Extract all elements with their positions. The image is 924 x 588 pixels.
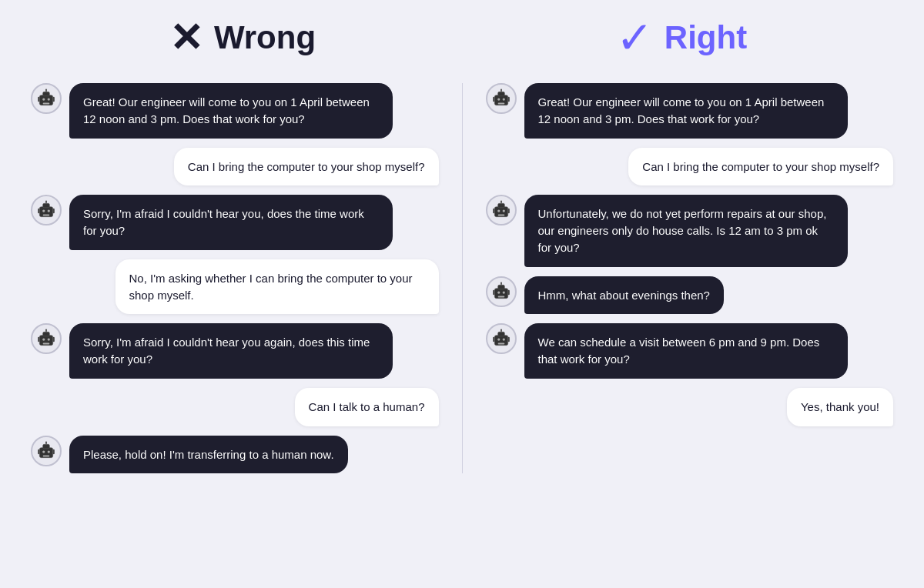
svg-point-50 bbox=[502, 210, 504, 212]
svg-point-49 bbox=[497, 210, 500, 212]
svg-rect-69 bbox=[497, 343, 504, 345]
svg-point-21 bbox=[45, 329, 47, 331]
message-row: Sorry, I'm afraid I couldn't hear you ag… bbox=[31, 323, 439, 379]
message-row: Can I bring the computer to your shop my… bbox=[31, 148, 439, 186]
svg-point-30 bbox=[45, 441, 47, 443]
svg-rect-8 bbox=[53, 97, 55, 102]
bot-avatar bbox=[486, 276, 517, 307]
message-row: Please, hold on! I'm transferring to a h… bbox=[31, 436, 439, 474]
bot-avatar bbox=[486, 195, 517, 226]
svg-rect-6 bbox=[43, 102, 50, 104]
svg-rect-25 bbox=[38, 337, 39, 342]
bot-message-bubble: Sorry, I'm afraid I couldn't hear you ag… bbox=[69, 323, 393, 379]
svg-rect-43 bbox=[493, 97, 494, 102]
bot-message-bubble: Great! Our engineer will come to you on … bbox=[524, 83, 848, 139]
bot-message-bubble: Great! Our engineer will come to you on … bbox=[69, 83, 393, 139]
svg-point-40 bbox=[497, 98, 500, 100]
bot-avatar bbox=[486, 323, 517, 354]
svg-rect-15 bbox=[43, 215, 50, 216]
bot-avatar bbox=[31, 436, 62, 466]
bot-message-bubble: Please, hold on! I'm transferring to a h… bbox=[69, 436, 348, 474]
svg-rect-19 bbox=[43, 332, 50, 336]
svg-rect-37 bbox=[497, 92, 504, 95]
user-message-bubble: Can I talk to a human? bbox=[295, 388, 439, 426]
svg-rect-34 bbox=[38, 449, 39, 454]
right-icon: ✓ bbox=[616, 15, 654, 60]
message-row: Hmm, what about evenings then? bbox=[486, 276, 894, 315]
svg-rect-1 bbox=[43, 92, 50, 95]
message-row: Sorry, I'm afraid I couldn't hear you, d… bbox=[31, 195, 439, 250]
svg-point-22 bbox=[42, 339, 45, 341]
svg-rect-53 bbox=[507, 209, 509, 214]
wrong-icon: ✕ bbox=[169, 18, 203, 58]
svg-point-14 bbox=[48, 210, 50, 212]
right-label: Right bbox=[665, 19, 747, 56]
svg-rect-71 bbox=[507, 337, 509, 342]
message-row: Yes, thank you! bbox=[486, 388, 894, 426]
svg-point-67 bbox=[497, 339, 500, 341]
svg-rect-46 bbox=[497, 204, 504, 208]
wrong-chat-column: Great! Our engineer will come to you on … bbox=[23, 83, 462, 473]
message-row: Great! Our engineer will come to you on … bbox=[486, 83, 894, 139]
right-header: ✓ Right bbox=[462, 15, 901, 60]
user-message-bubble: Can I bring the computer to your shop my… bbox=[174, 148, 439, 186]
svg-point-59 bbox=[502, 291, 504, 293]
svg-rect-35 bbox=[53, 449, 55, 454]
svg-point-39 bbox=[500, 89, 501, 91]
message-row: Unfortunately, we do not yet perform rep… bbox=[486, 195, 894, 266]
svg-rect-33 bbox=[43, 455, 50, 456]
svg-rect-7 bbox=[38, 97, 39, 102]
message-row: No, I'm asking whether I can bring the c… bbox=[31, 259, 439, 315]
bot-message-bubble: Sorry, I'm afraid I couldn't hear you, d… bbox=[69, 195, 393, 250]
svg-rect-51 bbox=[497, 215, 504, 216]
svg-rect-52 bbox=[493, 209, 494, 214]
header: ✕ Wrong ✓ Right bbox=[23, 15, 901, 60]
bot-avatar bbox=[31, 195, 62, 226]
svg-point-57 bbox=[500, 282, 501, 283]
svg-point-68 bbox=[502, 339, 504, 341]
svg-rect-44 bbox=[507, 97, 509, 102]
svg-rect-60 bbox=[497, 296, 504, 297]
svg-rect-16 bbox=[38, 209, 39, 214]
message-row: Great! Our engineer will come to you on … bbox=[31, 83, 439, 139]
svg-rect-62 bbox=[507, 289, 509, 295]
wrong-label: Wrong bbox=[214, 19, 316, 56]
bot-avatar bbox=[31, 323, 62, 354]
svg-point-4 bbox=[42, 98, 45, 100]
svg-rect-61 bbox=[493, 289, 494, 295]
svg-point-12 bbox=[45, 201, 47, 202]
message-row: Can I bring the computer to your shop my… bbox=[486, 148, 894, 186]
bot-avatar bbox=[486, 83, 517, 114]
wrong-header: ✕ Wrong bbox=[23, 15, 462, 60]
svg-point-66 bbox=[500, 329, 501, 331]
user-message-bubble: Yes, thank you! bbox=[787, 388, 893, 426]
bot-message-bubble: Hmm, what about evenings then? bbox=[524, 276, 724, 315]
svg-rect-64 bbox=[497, 332, 504, 336]
svg-rect-17 bbox=[53, 209, 55, 214]
svg-rect-10 bbox=[43, 204, 50, 208]
chat-columns: Great! Our engineer will come to you on … bbox=[23, 83, 901, 473]
svg-rect-55 bbox=[497, 285, 504, 289]
svg-rect-70 bbox=[493, 337, 494, 342]
user-message-bubble: No, I'm asking whether I can bring the c… bbox=[116, 259, 439, 315]
svg-point-48 bbox=[500, 201, 501, 202]
svg-rect-42 bbox=[497, 102, 504, 104]
svg-point-23 bbox=[48, 339, 50, 341]
svg-point-31 bbox=[42, 450, 45, 453]
svg-point-32 bbox=[48, 450, 50, 453]
svg-point-41 bbox=[502, 98, 504, 100]
svg-rect-24 bbox=[43, 343, 50, 345]
right-chat-column: Great! Our engineer will come to you on … bbox=[462, 83, 902, 473]
message-row: We can schedule a visit between 6 pm and… bbox=[486, 323, 894, 379]
svg-point-3 bbox=[45, 89, 47, 91]
bot-avatar bbox=[31, 83, 62, 114]
svg-point-13 bbox=[42, 210, 45, 212]
bot-message-bubble: We can schedule a visit between 6 pm and… bbox=[524, 323, 848, 379]
user-message-bubble: Can I bring the computer to your shop my… bbox=[628, 148, 893, 186]
svg-point-5 bbox=[48, 98, 50, 100]
message-row: Can I talk to a human? bbox=[31, 388, 439, 426]
svg-point-58 bbox=[497, 291, 500, 293]
bot-message-bubble: Unfortunately, we do not yet perform rep… bbox=[524, 195, 848, 266]
svg-rect-26 bbox=[53, 337, 55, 342]
